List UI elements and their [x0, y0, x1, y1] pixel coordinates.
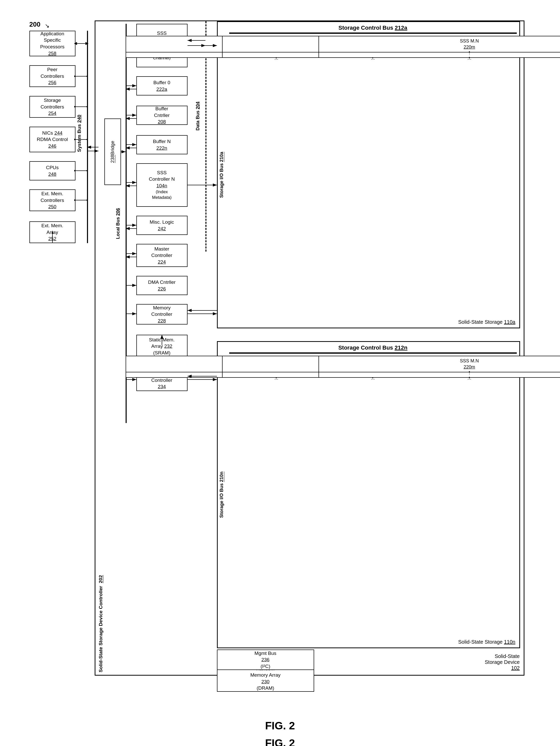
- sssd-label: Solid-State Storage Device Controller 20…: [98, 575, 104, 672]
- solid-state-device-label: Solid-StateStorage Device102: [485, 653, 520, 671]
- buffer-controller-box: BufferCntrller 208: [136, 106, 187, 125]
- buffer-0-box: Buffer 0 222a: [136, 76, 187, 95]
- bank-n-col-a: Bank N214n SSS 0.N220a ⬧ SSS 1.N220b ⋮ ⬧…: [422, 36, 517, 61]
- figure-caption: FIG. 2: [29, 737, 531, 746]
- cpus-box: CPUs 248: [29, 161, 76, 180]
- ref-200: 200: [29, 21, 40, 28]
- peer-controllers-box: PeerControllers 256: [29, 65, 76, 87]
- bank-n-col-n: Bank N214n SSS 0.N220a ⬧ SSS 1.N220b ⋮ ⬧…: [422, 356, 517, 381]
- ext-mem-array-box: Ext. Mem.Array 252: [29, 221, 76, 243]
- memory-controller-box: MemoryController 228: [136, 304, 187, 324]
- storage-unit-bottom: Storage I/O Bus 210n Storage Control Bus…: [217, 341, 520, 648]
- dma-controller-box: DMA Cntrller 226: [136, 276, 187, 295]
- local-bus-label: Local Bus 206: [115, 208, 120, 239]
- app-specific-processors-box: Application SpecificProcessors 258: [29, 31, 76, 56]
- storage-io-bus-a-label: Storage I/O Bus 210a: [219, 152, 224, 198]
- bridge-box: Bridge 238: [105, 118, 121, 185]
- ref-200-arrow: ↘: [45, 23, 49, 29]
- sssd-outer-box: Solid-State Storage Device Controller 20…: [95, 21, 525, 676]
- solid-state-storage-a-label: Solid-State Storage 110a: [458, 319, 515, 325]
- mgmt-bus-box: Mgmt Bus236(I²C): [217, 650, 314, 670]
- buffer-n-box: Buffer N 222n: [136, 135, 187, 154]
- storage-control-bus-a-header: Storage Control Bus 212a: [229, 25, 517, 31]
- static-mem-array-box: Static Mem.Array 232 (SRAM): [136, 335, 187, 358]
- storage-controllers-box: StorageControllers 254: [29, 96, 76, 118]
- storage-unit-top: Storage I/O Bus 210a Storage Control Bus…: [217, 21, 520, 328]
- outer-device-box: [95, 678, 525, 724]
- data-bus-label: Data Bus 204: [195, 102, 200, 131]
- diagram-container: 200 ↘ Application SpecificProcessors 258…: [29, 21, 531, 732]
- system-bus-line: [87, 31, 88, 243]
- storage-io-bus-n-label: Storage I/O Bus 210n: [219, 471, 224, 518]
- sss-controller-n-box: SSSController N 104n (IndexMetadata): [136, 163, 187, 207]
- ext-mem-controllers-box: Ext. Mem.Controllers 250: [29, 190, 76, 211]
- nics-box: NICs 244 RDMA Control 246: [29, 127, 76, 152]
- master-controller-box: MasterController 224: [136, 244, 187, 267]
- storage-control-bus-n-header: Storage Control Bus 212n: [229, 344, 517, 351]
- solid-state-storage-n-label: Solid-State Storage 110n: [458, 639, 515, 645]
- misc-logic-box: Misc. Logic 242: [136, 216, 187, 235]
- system-bus-label: System Bus 240: [77, 115, 82, 152]
